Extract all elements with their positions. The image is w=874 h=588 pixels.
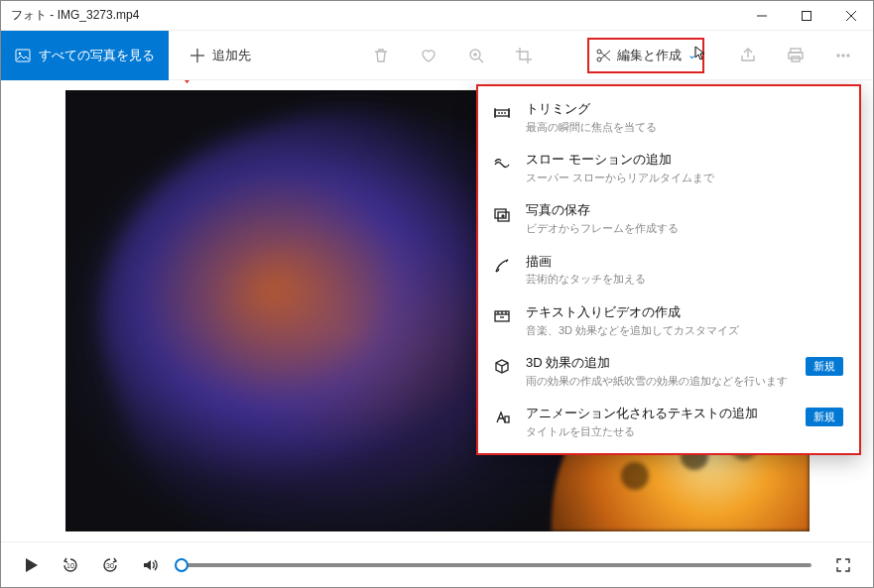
svg-line-15 [601, 51, 610, 59]
svg-point-19 [837, 55, 839, 57]
menu-title: アニメーション化されるテキストの追加 [526, 406, 792, 422]
menu-desc: スーパー スローからリアルタイムまで [526, 171, 843, 184]
save-photo-icon [492, 204, 512, 224]
more-button[interactable] [819, 31, 867, 80]
svg-line-14 [601, 53, 610, 60]
menu-item-animated-text[interactable]: アニメーション化されるテキストの追加 タイトルを目立たせる 新規 [478, 397, 859, 447]
svg-rect-17 [789, 53, 803, 59]
new-badge: 新規 [806, 357, 843, 376]
slowmo-icon [492, 154, 512, 174]
add-to-button[interactable]: 追加先 [179, 31, 261, 80]
svg-point-21 [847, 55, 849, 57]
menu-desc: 雨の効果の作成や紙吹雪の効果の追加などを行います [526, 374, 792, 388]
view-all-photos-button[interactable]: すべての写真を見る [1, 31, 169, 80]
window: フォト - IMG_3273.mp4 すべての写真を見る 追加先 [0, 0, 874, 588]
edit-create-button[interactable]: 編集と作成 ⌄ [587, 38, 704, 73]
photos-icon [15, 48, 31, 63]
svg-rect-37 [505, 416, 509, 422]
add-to-label: 追加先 [212, 47, 251, 64]
menu-title: スロー モーションの追加 [526, 152, 843, 169]
menu-title: テキスト入りビデオの作成 [526, 304, 843, 321]
volume-button[interactable] [132, 547, 168, 583]
playback-bar: 10 30 [1, 541, 873, 587]
toolbar: すべての写真を見る 追加先 編集と作成 ⌄ [1, 31, 873, 80]
new-badge: 新規 [806, 408, 843, 426]
menu-title: トリミング [526, 101, 843, 118]
svg-point-12 [597, 50, 601, 54]
zoom-button[interactable] [452, 31, 500, 80]
3d-icon [492, 357, 512, 377]
menu-item-3d-effects[interactable]: 3D 効果の追加 雨の効果の作成や紙吹雪の効果の追加などを行います 新規 [478, 346, 859, 397]
menu-title: 写真の保存 [526, 202, 843, 219]
skip-back-button[interactable]: 10 [53, 547, 88, 583]
cursor-pointer [694, 46, 708, 61]
maximize-button[interactable] [784, 1, 828, 31]
menu-title: 3D 効果の追加 [526, 355, 792, 372]
content-area: ↓ トリミング 最高の瞬間に焦点を当てる スロー モーションの追加 スーパー ス… [1, 80, 873, 541]
seek-slider[interactable] [182, 563, 812, 567]
svg-point-13 [597, 58, 601, 61]
menu-desc: 音楽、3D 効果などを追加してカスタマイズ [526, 323, 843, 337]
edit-create-label: 編集と作成 [617, 47, 682, 64]
svg-point-30 [502, 215, 504, 217]
scissors-icon [595, 48, 611, 63]
svg-text:30: 30 [106, 562, 114, 569]
menu-desc: 芸術的なタッチを加える [526, 272, 843, 286]
fullscreen-button[interactable] [825, 547, 861, 583]
window-controls [739, 1, 873, 31]
callout-arrow: ↓ [182, 80, 192, 88]
delete-button[interactable] [357, 31, 405, 80]
menu-desc: 最高の瞬間に焦点を当てる [526, 120, 843, 134]
menu-item-draw[interactable]: 描画 芸術的なタッチを加える [478, 245, 859, 295]
share-button[interactable] [724, 31, 772, 80]
minimize-button[interactable] [739, 1, 784, 31]
svg-point-20 [842, 55, 844, 57]
crop-button[interactable] [500, 31, 548, 80]
edit-create-menu: トリミング 最高の瞬間に焦点を当てる スロー モーションの追加 スーパー スロー… [476, 84, 861, 455]
draw-icon [492, 256, 512, 276]
print-button[interactable] [772, 31, 819, 80]
more-icon [834, 47, 852, 64]
skip-forward-button[interactable]: 30 [92, 547, 128, 583]
svg-point-5 [19, 52, 22, 55]
crop-icon [515, 47, 533, 64]
title-bar: フォト - IMG_3273.mp4 [1, 1, 873, 31]
menu-desc: タイトルを目立たせる [526, 424, 792, 438]
seek-thumb[interactable] [175, 558, 188, 572]
close-button[interactable] [828, 1, 873, 31]
svg-text:10: 10 [66, 562, 74, 569]
menu-item-text-video[interactable]: テキスト入りビデオの作成 音楽、3D 効果などを追加してカスタマイズ [478, 295, 859, 346]
menu-title: 描画 [526, 254, 843, 271]
zoom-icon [467, 47, 485, 64]
plus-icon [188, 47, 206, 64]
window-title: フォト - IMG_3273.mp4 [11, 7, 139, 24]
svg-rect-1 [802, 11, 811, 20]
favorite-button[interactable] [405, 31, 452, 80]
text-video-icon [492, 306, 512, 326]
heart-icon [420, 47, 437, 64]
animated-text-icon [492, 408, 512, 427]
menu-desc: ビデオからフレームを作成する [526, 221, 843, 235]
share-icon [739, 47, 757, 64]
view-all-label: すべての写真を見る [39, 47, 155, 64]
print-icon [787, 47, 805, 64]
play-button[interactable] [13, 547, 49, 583]
menu-item-trim[interactable]: トリミング 最高の瞬間に焦点を当てる [478, 92, 859, 143]
menu-item-slowmo[interactable]: スロー モーションの追加 スーパー スローからリアルタイムまで [478, 143, 859, 193]
svg-line-9 [479, 59, 483, 62]
menu-item-save-photo[interactable]: 写真の保存 ビデオからフレームを作成する [478, 193, 859, 244]
trim-icon [492, 103, 512, 123]
trash-icon [372, 47, 390, 64]
svg-rect-4 [16, 50, 30, 61]
